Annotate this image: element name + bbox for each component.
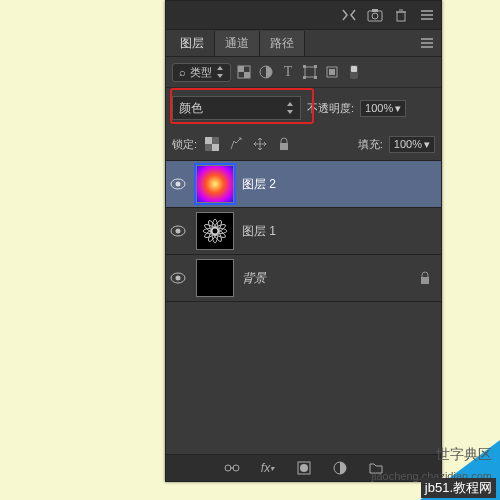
layer-item[interactable]: 背景 bbox=[166, 255, 441, 302]
fx-icon[interactable]: fx▾ bbox=[259, 459, 277, 477]
visibility-toggle[interactable] bbox=[170, 225, 188, 237]
tab-layers[interactable]: 图层 bbox=[170, 31, 215, 56]
lock-icon bbox=[419, 271, 431, 285]
tab-paths[interactable]: 路径 bbox=[260, 31, 305, 56]
svg-rect-8 bbox=[305, 67, 315, 77]
svg-point-38 bbox=[300, 464, 308, 472]
svg-rect-2 bbox=[372, 9, 378, 12]
layer-thumbnail[interactable] bbox=[196, 259, 234, 297]
svg-rect-19 bbox=[212, 137, 219, 144]
svg-rect-20 bbox=[205, 144, 212, 151]
trash-icon[interactable] bbox=[393, 7, 409, 23]
spinner-icon bbox=[216, 66, 224, 78]
filter-adjustment-icon[interactable] bbox=[257, 63, 275, 81]
svg-rect-34 bbox=[421, 277, 429, 284]
layer-name[interactable]: 图层 2 bbox=[242, 176, 276, 193]
layer-thumbnail[interactable] bbox=[196, 165, 234, 203]
adjustment-layer-icon[interactable] bbox=[331, 459, 349, 477]
fill-value: 100% bbox=[394, 138, 422, 150]
lock-row: 锁定: 填充: 100% ▾ bbox=[166, 128, 441, 161]
link-layers-icon[interactable] bbox=[223, 459, 241, 477]
layer-list: 图层 2 图层 1 bbox=[166, 161, 441, 302]
svg-rect-14 bbox=[329, 69, 335, 75]
empty-area bbox=[166, 302, 441, 462]
layer-item[interactable]: 图层 2 bbox=[166, 161, 441, 208]
visibility-toggle[interactable] bbox=[170, 272, 188, 284]
svg-point-1 bbox=[372, 13, 378, 19]
panel-menu-icon[interactable] bbox=[419, 7, 435, 23]
blend-mode-dropdown[interactable]: 颜色 bbox=[172, 96, 301, 120]
filter-row: ⌕ 类型 T bbox=[166, 57, 441, 88]
panel-tabs: 图层 通道 路径 bbox=[166, 30, 441, 57]
chevron-down-icon: ▾ bbox=[424, 138, 430, 151]
blend-mode-value: 颜色 bbox=[179, 100, 203, 117]
filter-smart-icon[interactable] bbox=[323, 63, 341, 81]
opacity-label: 不透明度: bbox=[307, 101, 354, 116]
camera-icon[interactable] bbox=[367, 7, 383, 23]
tab-menu-icon[interactable] bbox=[421, 38, 441, 48]
watermark: 世字典区 jiaocheng.chazidian.com jb51.教程网 bbox=[360, 440, 500, 500]
layers-panel: 图层 通道 路径 ⌕ 类型 T bbox=[165, 0, 442, 482]
panel-header bbox=[166, 1, 441, 30]
filter-kind-dropdown[interactable]: ⌕ 类型 bbox=[172, 63, 231, 82]
svg-rect-6 bbox=[244, 72, 250, 78]
fill-input[interactable]: 100% ▾ bbox=[389, 136, 435, 153]
lock-position-icon[interactable] bbox=[251, 135, 269, 153]
svg-rect-5 bbox=[238, 66, 244, 72]
visibility-toggle[interactable] bbox=[170, 178, 188, 190]
svg-rect-11 bbox=[303, 76, 306, 79]
search-icon: ⌕ bbox=[179, 66, 186, 78]
filter-shape-icon[interactable] bbox=[301, 63, 319, 81]
svg-point-33 bbox=[176, 276, 181, 281]
watermark-brand: jb51.教程网 bbox=[421, 478, 496, 498]
svg-rect-16 bbox=[351, 66, 357, 72]
svg-rect-21 bbox=[280, 143, 288, 150]
svg-point-23 bbox=[176, 182, 181, 187]
opacity-value: 100% bbox=[365, 102, 393, 114]
filter-toggle-switch[interactable] bbox=[345, 63, 363, 81]
layer-item[interactable]: 图层 1 bbox=[166, 208, 441, 255]
tab-channels[interactable]: 通道 bbox=[215, 31, 260, 56]
layer-name[interactable]: 背景 bbox=[242, 270, 266, 287]
svg-rect-18 bbox=[212, 144, 219, 151]
svg-point-25 bbox=[176, 229, 181, 234]
lock-all-icon[interactable] bbox=[275, 135, 293, 153]
svg-rect-9 bbox=[303, 65, 306, 68]
fill-label: 填充: bbox=[358, 137, 383, 152]
layer-name[interactable]: 图层 1 bbox=[242, 223, 276, 240]
filter-type-icon[interactable]: T bbox=[279, 63, 297, 81]
opacity-input[interactable]: 100% ▾ bbox=[360, 100, 406, 117]
lock-pixels-icon[interactable] bbox=[227, 135, 245, 153]
lock-label: 锁定: bbox=[172, 137, 197, 152]
layer-thumbnail[interactable] bbox=[196, 212, 234, 250]
svg-rect-3 bbox=[397, 12, 405, 21]
filter-kind-label: 类型 bbox=[190, 65, 212, 80]
spinner-icon bbox=[286, 102, 294, 114]
svg-rect-10 bbox=[314, 65, 317, 68]
blend-row: 颜色 不透明度: 100% ▾ bbox=[166, 88, 441, 128]
filter-pixel-icon[interactable] bbox=[235, 63, 253, 81]
svg-rect-12 bbox=[314, 76, 317, 79]
svg-rect-17 bbox=[205, 137, 212, 144]
collapse-icon[interactable] bbox=[341, 7, 357, 23]
mask-icon[interactable] bbox=[295, 459, 313, 477]
lock-transparency-icon[interactable] bbox=[203, 135, 221, 153]
chevron-down-icon: ▾ bbox=[395, 102, 401, 115]
watermark-text: 世字典区 bbox=[436, 446, 492, 464]
